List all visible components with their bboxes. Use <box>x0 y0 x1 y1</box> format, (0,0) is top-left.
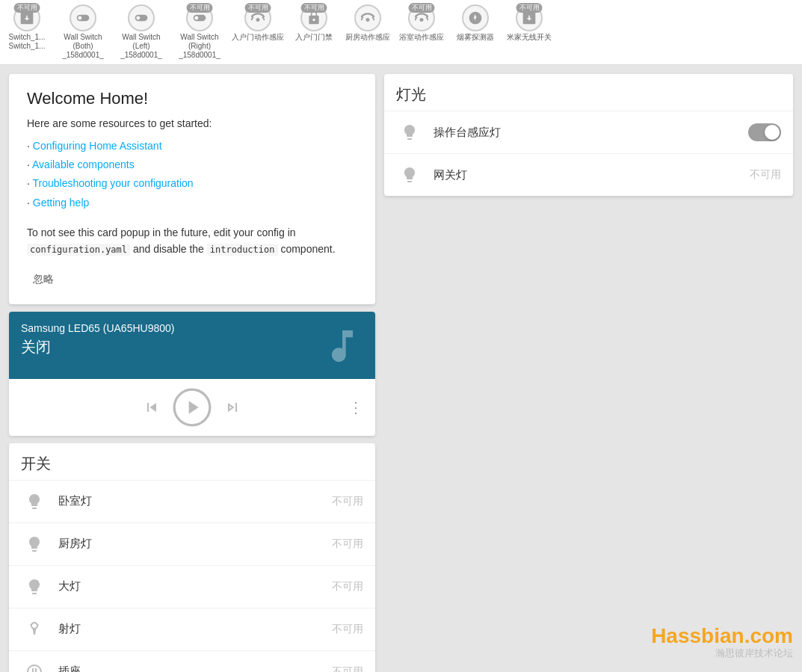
device-icon: 不可用 <box>516 4 543 31</box>
switch-row[interactable]: 射灯 不可用 <box>9 608 375 650</box>
entity-name: 大灯 <box>58 579 332 594</box>
device-label: Wall Switch (Right)_158d0001_ <box>173 33 226 60</box>
welcome-link[interactable]: Getting help <box>33 197 90 209</box>
next-button[interactable] <box>223 398 241 416</box>
switch-row[interactable]: 厨房灯 不可用 <box>9 523 375 565</box>
switch-row[interactable]: 卧室灯 不可用 <box>9 480 375 523</box>
config-file: configuration.yaml <box>27 244 130 256</box>
device-icon <box>462 4 489 31</box>
welcome-note-text1: To not see this card popup in the future… <box>27 226 296 238</box>
entity-name: 射灯 <box>58 622 332 636</box>
device-icon <box>354 4 381 31</box>
device-badge: 不可用 <box>301 3 327 13</box>
ignore-button[interactable]: 忽略 <box>27 270 60 289</box>
switches-list: 卧室灯 不可用 厨房灯 不可用 大灯 不可用 射灯 不可用 插座 不可用 浴室灯… <box>9 480 375 672</box>
entity-icon <box>21 659 48 672</box>
device-wall-both[interactable]: Wall Switch (Both)_158d0001_ <box>54 3 112 61</box>
entity-status: 不可用 <box>332 495 363 508</box>
lights-card: 灯光 操作台感应灯 网关灯 不可用 <box>384 74 793 196</box>
device-icon: 不可用 <box>300 4 327 31</box>
device-icon: 不可用 <box>244 4 271 31</box>
toggle-switch[interactable] <box>748 123 781 141</box>
entity-icon <box>21 531 48 558</box>
device-label: 入户门门禁 <box>295 33 333 42</box>
welcome-link-item: Available components <box>27 155 357 174</box>
welcome-note-text3: component. <box>280 243 335 255</box>
media-card: Samsung LED65 (UA65HU9800) 关闭 <box>9 312 375 436</box>
device-label: 米家无线开关 <box>507 33 552 42</box>
welcome-link-item: Troubleshooting your configuration <box>27 174 357 193</box>
welcome-link-item: Getting help <box>27 194 357 212</box>
welcome-link[interactable]: Configuring Home Assistant <box>33 140 162 152</box>
device-icon: 不可用 <box>13 4 40 31</box>
device-switch1[interactable]: 不可用 Switch_1...Switch_1... <box>0 3 54 52</box>
switch-row[interactable]: 插座 不可用 <box>9 650 375 672</box>
welcome-title: Welcome Home! <box>27 89 357 108</box>
top-bar: 不可用 Switch_1...Switch_1... Wall Switch (… <box>0 0 802 65</box>
entity-status: 不可用 <box>332 537 363 551</box>
left-column: Welcome Home! Here are some resources to… <box>9 74 375 672</box>
device-wall-right[interactable]: 不可用 Wall Switch (Right)_158d0001_ <box>170 3 229 61</box>
entity-status: 不可用 <box>750 168 781 182</box>
device-smoke[interactable]: 烟雾探测器 <box>448 3 502 43</box>
device-badge: 不可用 <box>409 3 435 13</box>
welcome-note-text2: and disable the <box>133 243 207 255</box>
device-icon <box>70 4 96 31</box>
entity-name: 卧室灯 <box>58 494 332 508</box>
switch-row[interactable]: 大灯 不可用 <box>9 565 375 608</box>
device-badge: 不可用 <box>245 3 271 13</box>
device-door-sensor[interactable]: 不可用 入户门动作感应 <box>229 3 287 43</box>
welcome-links: Configuring Home AssistantAvailable comp… <box>27 137 357 212</box>
light-row[interactable]: 操作台感应灯 <box>384 111 793 153</box>
device-label: 厨房动作感应 <box>345 33 390 42</box>
media-device-name: Samsung LED65 (UA65HU9800) <box>21 322 321 334</box>
device-kitchen[interactable]: 厨房动作感应 <box>341 3 395 43</box>
lights-title: 灯光 <box>384 74 793 111</box>
entity-name: 厨房灯 <box>58 537 332 551</box>
entity-status: 不可用 <box>332 665 363 672</box>
media-header: Samsung LED65 (UA65HU9800) 关闭 <box>9 312 375 379</box>
prev-button[interactable] <box>143 398 161 416</box>
welcome-subtitle: Here are some resources to get started: <box>27 117 357 129</box>
media-controls: ⋮ <box>9 379 375 436</box>
more-options-button[interactable]: ⋮ <box>348 398 363 416</box>
entity-name: 网关灯 <box>434 168 750 182</box>
device-label: 浴室动作感应 <box>399 33 444 42</box>
entity-status: 不可用 <box>332 580 363 594</box>
welcome-link[interactable]: Available components <box>32 158 135 170</box>
device-door-lock[interactable]: 不可用 入户门门禁 <box>287 3 341 43</box>
welcome-link[interactable]: Troubleshooting your configuration <box>33 177 194 189</box>
device-label: Wall Switch (Left)_158d0001_ <box>115 33 167 60</box>
entity-icon <box>21 616 48 643</box>
right-column: 灯光 操作台感应灯 网关灯 不可用 <box>384 74 793 672</box>
device-icon <box>128 4 155 31</box>
device-badge: 不可用 <box>516 3 543 13</box>
entity-status: 不可用 <box>332 623 363 636</box>
device-mi-wireless[interactable]: 不可用 米家无线开关 <box>502 3 556 43</box>
entity-name: 操作台感应灯 <box>434 126 748 140</box>
device-icon: 不可用 <box>186 4 213 31</box>
intro-component: introduction <box>207 244 278 256</box>
device-badge: 不可用 <box>14 3 40 13</box>
main-layout: Welcome Home! Here are some resources to… <box>0 65 802 672</box>
entity-icon <box>21 488 48 515</box>
device-badge: 不可用 <box>187 3 213 13</box>
play-button[interactable] <box>173 388 212 427</box>
lights-list: 操作台感应灯 网关灯 不可用 <box>384 111 793 196</box>
device-label: 烟雾探测器 <box>457 33 494 42</box>
toggle-knob <box>765 125 780 140</box>
switches-card: 开关 卧室灯 不可用 厨房灯 不可用 大灯 不可用 射灯 不可用 插座 不可用 … <box>9 443 375 672</box>
entity-icon <box>396 119 423 146</box>
entity-icon <box>21 573 48 600</box>
welcome-link-item: Configuring Home Assistant <box>27 137 357 155</box>
switches-title: 开关 <box>9 443 375 480</box>
device-label: Wall Switch (Both)_158d0001_ <box>57 33 109 60</box>
welcome-note: To not see this card popup in the future… <box>27 224 357 258</box>
device-wall-left[interactable]: Wall Switch (Left)_158d0001_ <box>112 3 170 61</box>
device-label: Switch_1...Switch_1... <box>9 33 46 51</box>
welcome-card: Welcome Home! Here are some resources to… <box>9 74 375 304</box>
device-bathroom[interactable]: 不可用 浴室动作感应 <box>395 3 448 43</box>
media-art-icon <box>321 325 363 370</box>
light-row[interactable]: 网关灯 不可用 <box>384 153 793 196</box>
device-icon: 不可用 <box>408 4 435 31</box>
